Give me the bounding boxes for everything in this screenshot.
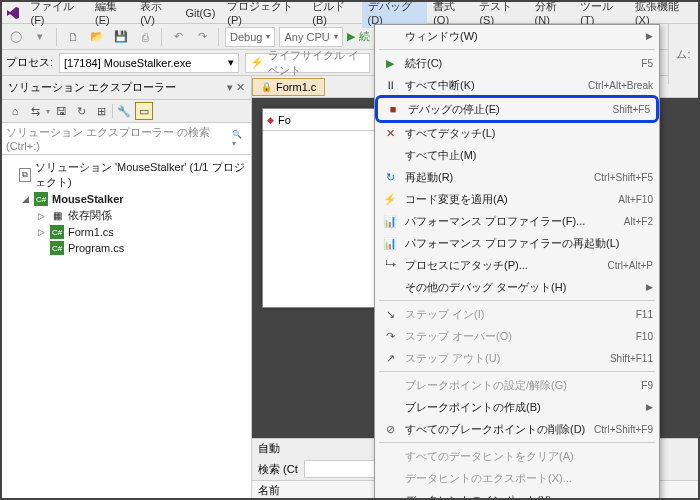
menu-edit[interactable]: 編集(E)	[89, 0, 134, 28]
save-all-icon[interactable]: 🖫	[52, 102, 70, 120]
solution-search[interactable]: ソリューション エクスプローラー の検索 (Ctrl+:) 🔍 ▾	[2, 123, 251, 155]
menu-item-label: 続行(C)	[405, 56, 635, 71]
menubar: ファイル(F) 編集(E) 表示(V) Git(G) プロジェクト(P) ビルド…	[2, 2, 698, 24]
menu-item-label: ステップ イン(I)	[405, 307, 630, 322]
save-all-button[interactable]: ⎙	[135, 27, 155, 47]
menu-item[interactable]: データヒントのインポート(Y)...	[375, 489, 659, 500]
redo-button[interactable]: ↷	[192, 27, 212, 47]
menu-item: ブレークポイントの設定/解除(G)F9	[375, 374, 659, 396]
menu-item-label: すべて中止(M)	[405, 148, 647, 163]
menu-item[interactable]: 📊パフォーマンス プロファイラーの再起動(L)	[375, 232, 659, 254]
menu-item[interactable]: ブレークポイントの作成(B)▶	[375, 396, 659, 418]
menu-item-icon: ✕	[381, 127, 399, 140]
nav-back-button[interactable]: ◯	[6, 27, 26, 47]
menu-item: ↷ステップ オーバー(O)F10	[375, 325, 659, 347]
menu-item[interactable]: ✕すべてデタッチ(L)	[375, 122, 659, 144]
menu-item: ↘ステップ イン(I)F11	[375, 303, 659, 325]
open-button[interactable]: 📂	[87, 27, 107, 47]
home-icon[interactable]: ⌂	[6, 102, 24, 120]
menu-item-shortcut: Ctrl+Shift+F5	[594, 172, 653, 183]
menu-item[interactable]: ⚡コード変更を適用(A)Alt+F10	[375, 188, 659, 210]
menu-item-icon: ↗	[381, 352, 399, 365]
menu-item[interactable]: ウィンドウ(W)▶	[375, 25, 659, 47]
nav-fwd-button[interactable]: ▾	[30, 27, 50, 47]
menu-item-label: すべてデタッチ(L)	[405, 126, 647, 141]
save-button[interactable]: 💾	[111, 27, 131, 47]
menu-file[interactable]: ファイル(F)	[24, 0, 89, 28]
lock-icon: 🔒	[261, 82, 272, 92]
menu-item[interactable]: ■デバッグの停止(E)Shift+F5	[378, 98, 656, 120]
menu-item[interactable]: ⏸すべて中断(K)Ctrl+Alt+Break	[375, 74, 659, 96]
menu-git[interactable]: Git(G)	[179, 5, 221, 21]
menu-item-icon: ↷	[381, 330, 399, 343]
menu-item: ↗ステップ アウト(U)Shift+F11	[375, 347, 659, 369]
menu-item[interactable]: ▶続行(C)F5	[375, 52, 659, 74]
solution-node[interactable]: ⧉ ソリューション 'MouseStalker' (1/1 プロジェクト)	[4, 159, 249, 191]
autos-title: 自動	[258, 441, 280, 456]
vs-logo-icon	[6, 5, 20, 21]
menu-item-shortcut: Alt+F2	[624, 216, 653, 227]
properties-icon[interactable]: 🔧	[115, 102, 133, 120]
platform-combo[interactable]: Any CPU▾	[279, 27, 342, 47]
cs-icon: C#	[50, 225, 64, 239]
form-icon: ◆	[267, 115, 274, 125]
menu-item[interactable]: その他のデバッグ ターゲット(H)▶	[375, 276, 659, 298]
menu-item-icon: ↘	[381, 308, 399, 321]
form1-node[interactable]: ▷C# Form1.cs	[4, 224, 249, 240]
process-label: プロセス:	[6, 55, 53, 70]
menu-item[interactable]: すべて中止(M)	[375, 144, 659, 166]
menu-item-shortcut: F5	[641, 58, 653, 69]
menu-item-label: パフォーマンス プロファイラー(F)...	[405, 214, 618, 229]
menu-item-label: その他のデバッグ ターゲット(H)	[405, 280, 640, 295]
solution-tree: ⧉ ソリューション 'MouseStalker' (1/1 プロジェクト) ◢C…	[2, 155, 251, 260]
menu-item[interactable]: ⮡プロセスにアタッチ(P)...Ctrl+Alt+P	[375, 254, 659, 276]
menu-item-shortcut: F10	[636, 331, 653, 342]
editor-tab[interactable]: 🔒 Form1.c	[252, 78, 325, 96]
menu-item-icon: ▶	[381, 57, 399, 70]
menu-item-icon: ⚡	[381, 193, 399, 206]
highlighted-menu-item[interactable]: ■デバッグの停止(E)Shift+F5	[375, 95, 659, 123]
menu-item-shortcut: Shift+F5	[612, 104, 650, 115]
undo-button[interactable]: ↶	[168, 27, 188, 47]
menu-item-label: すべて中断(K)	[405, 78, 582, 93]
menu-item-icon: ↻	[381, 171, 399, 184]
menu-item-shortcut: Ctrl+Shift+F9	[594, 424, 653, 435]
solution-explorer: ソリューション エクスプローラー ▾ ✕ ⌂ ⇆ ▾ 🖫 ↻ ⊞ 🔧 ▭ ソリュ…	[2, 76, 252, 498]
menu-item-icon: ⊘	[381, 423, 399, 436]
menu-item-label: ステップ アウト(U)	[405, 351, 604, 366]
continue-button[interactable]: ▶ 続	[347, 29, 370, 44]
preview-icon[interactable]: ▭	[135, 102, 153, 120]
menu-item-label: 再起動(R)	[405, 170, 588, 185]
menu-item-label: プロセスにアタッチ(P)...	[405, 258, 601, 273]
menu-item-icon: 📊	[381, 215, 399, 228]
menu-item-label: データヒントのエクスポート(X)...	[405, 471, 647, 486]
new-button[interactable]: 🗋	[63, 27, 83, 47]
column-name: 名前	[258, 483, 280, 498]
solution-icon: ⧉	[19, 168, 31, 182]
sync-icon[interactable]: ⇆	[26, 102, 44, 120]
menu-view[interactable]: 表示(V)	[134, 0, 179, 28]
refresh-icon[interactable]: ↻	[72, 102, 90, 120]
project-node[interactable]: ◢C# MouseStalker	[4, 191, 249, 207]
menu-item-icon: 📊	[381, 237, 399, 250]
config-combo[interactable]: Debug▾	[225, 27, 275, 47]
menu-item-label: データヒントのインポート(Y)...	[405, 493, 647, 501]
menu-item[interactable]: ⊘すべてのブレークポイントの削除(D)Ctrl+Shift+F9	[375, 418, 659, 440]
menu-item: データヒントのエクスポート(X)...	[375, 467, 659, 489]
menu-build[interactable]: ビルド(B)	[306, 0, 361, 28]
show-all-icon[interactable]: ⊞	[92, 102, 110, 120]
menu-item-label: デバッグの停止(E)	[408, 102, 606, 117]
menu-item[interactable]: 📊パフォーマンス プロファイラー(F)...Alt+F2	[375, 210, 659, 232]
menu-item-icon: ⮡	[381, 259, 399, 271]
solution-explorer-title: ソリューション エクスプローラー	[8, 80, 176, 95]
menu-item: すべてのデータヒントをクリア(A)	[375, 445, 659, 467]
dependencies-node[interactable]: ▷▦ 依存関係	[4, 207, 249, 224]
menu-project[interactable]: プロジェクト(P)	[221, 0, 306, 28]
lifecycle-combo[interactable]: ⚡ ライフサイクル イベント	[245, 53, 370, 73]
menu-item[interactable]: ↻再起動(R)Ctrl+Shift+F5	[375, 166, 659, 188]
search-dropdown-icon[interactable]: 🔍 ▾	[232, 130, 247, 148]
program-node[interactable]: C# Program.cs	[4, 240, 249, 256]
process-combo[interactable]: [17184] MouseStalker.exe▾	[59, 53, 239, 73]
panel-pin-icon[interactable]: ▾ ✕	[227, 81, 245, 94]
menu-item-shortcut: F11	[636, 309, 653, 320]
